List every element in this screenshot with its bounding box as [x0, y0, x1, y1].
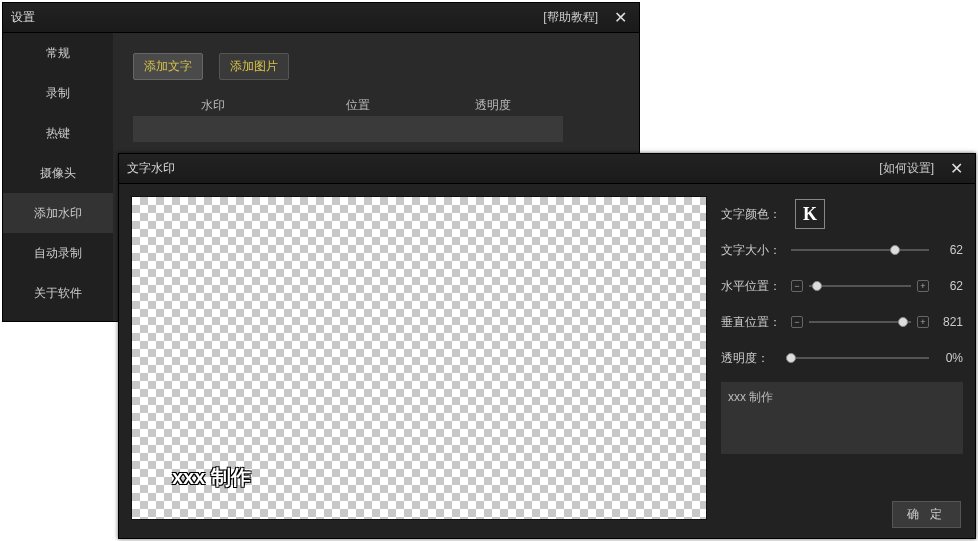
table-header-opacity: 透明度: [423, 97, 563, 114]
table-header-position: 位置: [293, 97, 423, 114]
preview-text: xxx 制作: [172, 464, 251, 491]
ok-button[interactable]: 确 定: [892, 501, 961, 528]
settings-help-link[interactable]: [帮助教程]: [543, 9, 598, 26]
hpos-plus-icon[interactable]: +: [917, 280, 929, 292]
hpos-value: 62: [935, 279, 963, 293]
settings-title: 设置: [11, 9, 35, 26]
textwm-help-link[interactable]: [如何设置]: [879, 160, 934, 177]
textwm-titlebar: 文字水印 [如何设置] ✕: [119, 154, 975, 184]
color-label: 文字颜色：: [721, 206, 785, 223]
sidebar-item-camera[interactable]: 摄像头: [3, 153, 113, 193]
color-glyph: K: [803, 204, 817, 225]
sidebar-item-about[interactable]: 关于软件: [3, 273, 113, 313]
add-text-button[interactable]: 添加文字: [133, 53, 203, 80]
sidebar-item-general[interactable]: 常规: [3, 33, 113, 73]
hpos-slider[interactable]: [809, 279, 911, 293]
controls-panel: 文字颜色： K 文字大小： 62 水平位置： − + 62 垂直位: [721, 196, 963, 526]
color-swatch[interactable]: K: [795, 199, 825, 229]
hpos-label: 水平位置：: [721, 278, 785, 295]
textwm-title: 文字水印: [127, 160, 175, 177]
hpos-minus-icon[interactable]: −: [791, 280, 803, 292]
opacity-label: 透明度：: [721, 350, 785, 367]
settings-titlebar: 设置 [帮助教程] ✕: [3, 3, 639, 33]
opacity-slider[interactable]: [791, 351, 929, 365]
settings-sidebar: 常规 录制 热键 摄像头 添加水印 自动录制 关于软件: [3, 33, 113, 321]
watermark-text-input[interactable]: [721, 382, 963, 454]
textwm-close-icon[interactable]: ✕: [946, 159, 967, 178]
sidebar-item-watermark[interactable]: 添加水印: [3, 193, 113, 233]
vpos-label: 垂直位置：: [721, 314, 785, 331]
watermark-table: 水印 位置 透明度: [133, 94, 563, 142]
vpos-plus-icon[interactable]: +: [917, 316, 929, 328]
add-image-button[interactable]: 添加图片: [219, 53, 289, 80]
vpos-value: 821: [935, 315, 963, 329]
vpos-slider[interactable]: [809, 315, 911, 329]
watermark-preview[interactable]: xxx 制作: [131, 196, 707, 520]
size-label: 文字大小：: [721, 242, 785, 259]
sidebar-item-record[interactable]: 录制: [3, 73, 113, 113]
table-body-empty: [133, 116, 563, 142]
sidebar-item-hotkey[interactable]: 热键: [3, 113, 113, 153]
size-slider[interactable]: [791, 243, 929, 257]
table-header-watermark: 水印: [133, 97, 293, 114]
sidebar-item-autorecord[interactable]: 自动录制: [3, 233, 113, 273]
size-value: 62: [935, 243, 963, 257]
vpos-minus-icon[interactable]: −: [791, 316, 803, 328]
opacity-value: 0%: [935, 351, 963, 365]
settings-close-icon[interactable]: ✕: [610, 8, 631, 27]
text-watermark-window: 文字水印 [如何设置] ✕ xxx 制作 文字颜色： K 文字大小： 62 水平…: [118, 153, 976, 539]
